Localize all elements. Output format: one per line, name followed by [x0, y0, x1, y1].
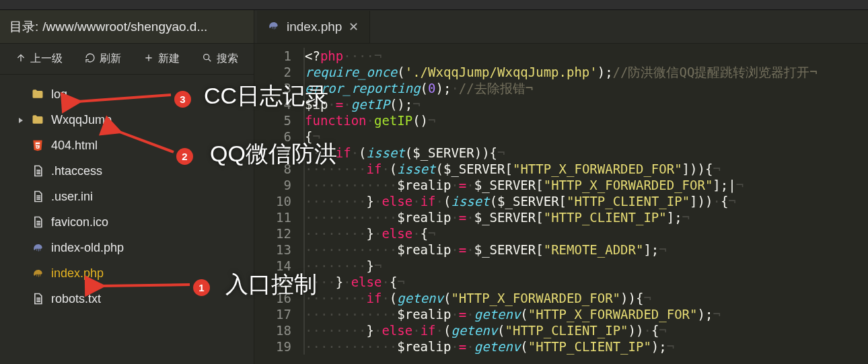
tree-item--htaccess[interactable]: .htaccess — [0, 158, 254, 184]
line-number: 18 — [254, 322, 305, 338]
top-menu-strip — [0, 0, 868, 10]
line-number: 8 — [254, 161, 305, 177]
plus-icon — [143, 52, 154, 66]
tree-item-WxqqJump[interactable]: WxqqJump — [0, 107, 254, 133]
code-line[interactable]: ········if·(isset($_SERVER["HTTP_X_FORWA… — [305, 161, 868, 177]
search-button[interactable]: 搜索 — [202, 52, 238, 66]
line-number: 16 — [254, 290, 305, 306]
tree-item--user-ini[interactable]: .user.ini — [0, 184, 254, 209]
line-number: 17 — [254, 306, 305, 322]
line-number: 15 — [254, 274, 305, 290]
arrow-up-icon — [15, 52, 26, 66]
line-number: 7 — [254, 145, 305, 161]
folder-icon — [31, 87, 44, 101]
file-icon — [31, 190, 44, 203]
code-line[interactable]: ····}·else·{¬ — [305, 274, 868, 290]
code-line[interactable]: ········}·else·if·(isset($_SERVER["HTTP_… — [305, 193, 868, 209]
code-lines[interactable]: <?php····¬require_once('./WxqqJump/WxqqJ… — [305, 44, 868, 364]
tree-item-404-html[interactable]: 404.html — [0, 133, 254, 158]
file-icon — [31, 292, 44, 305]
tree-item-index-old-php[interactable]: index-old.php — [0, 235, 254, 260]
path-label: 目录: — [9, 18, 38, 36]
line-number: 14 — [254, 258, 305, 274]
folder-icon — [31, 113, 44, 126]
line-gutter: 12345678910111213141516171819 — [254, 44, 305, 364]
line-number: 2 — [254, 64, 305, 80]
editor-pane: index.php ✕ 1234567891011121314151617181… — [254, 10, 868, 364]
svg-point-0 — [204, 54, 209, 59]
tree-item-label: robots.txt — [51, 292, 101, 306]
path-bar[interactable]: 目录: /www/wwwroot/shengyao.d... — [0, 10, 254, 44]
code-line[interactable]: <?php····¬ — [305, 48, 868, 64]
tree-item-robots-txt[interactable]: robots.txt — [0, 286, 254, 312]
code-line[interactable]: $ip·=·getIP();¬ — [305, 96, 868, 112]
up-button[interactable]: 上一级 — [15, 52, 63, 66]
tab-label: index.php — [287, 20, 342, 34]
line-number: 6 — [254, 129, 305, 145]
code-line[interactable]: ········if·(getenv("HTTP_X_FORWARDED_FOR… — [305, 290, 868, 306]
tree-item-label: 404.html — [51, 139, 98, 153]
code-line[interactable]: ············$realip·=·$_SERVER["HTTP_CLI… — [305, 209, 868, 225]
line-number: 10 — [254, 193, 305, 209]
line-number: 13 — [254, 242, 305, 258]
file-tree: logWxqqJump404.html.htaccess.user.inifav… — [0, 75, 254, 364]
tab-bar: index.php ✕ — [254, 10, 868, 44]
line-number: 11 — [254, 209, 305, 225]
code-line[interactable]: ········}·else·if·(getenv("HTTP_CLIENT_I… — [305, 322, 868, 338]
tree-item-label: .user.ini — [51, 190, 93, 204]
line-number: 12 — [254, 225, 305, 242]
tree-item-label: WxqqJump — [51, 113, 112, 127]
code-line[interactable]: ········}·else·{¬ — [305, 225, 868, 242]
tree-item-label: index.php — [51, 266, 104, 281]
code-line[interactable]: ············$realip·=·getenv("HTTP_X_FOR… — [305, 306, 868, 322]
file-icon — [31, 164, 44, 178]
elephant-icon — [266, 19, 280, 36]
code-line[interactable]: ············$realip·=·$_SERVER["HTTP_X_F… — [305, 177, 868, 193]
tree-item-label: index-old.php — [51, 241, 124, 255]
code-line[interactable]: ····if·(isset($_SERVER)){¬ — [305, 145, 868, 161]
explorer-toolbar: 上一级 刷新 新建 搜索 — [0, 44, 254, 75]
tree-item-favicon-ico[interactable]: favicon.ico — [0, 209, 254, 235]
code-line[interactable]: ············$realip·=·getenv("HTTP_CLIEN… — [305, 338, 868, 355]
path-value: /www/wwwroot/shengyao.d... — [42, 20, 207, 34]
tree-item-label: .htaccess — [51, 164, 102, 178]
line-number: 3 — [254, 80, 305, 96]
tree-item-label: log — [51, 87, 67, 102]
caret-icon — [17, 113, 24, 127]
line-number: 19 — [254, 338, 305, 355]
code-line[interactable]: ············$realip·=·$_SERVER["REMOTE_A… — [305, 242, 868, 258]
code-line[interactable]: function·getIP()¬ — [305, 112, 868, 129]
close-icon[interactable]: ✕ — [349, 20, 359, 34]
line-number: 5 — [254, 112, 305, 129]
tree-item-log[interactable]: log — [0, 81, 254, 107]
new-button[interactable]: 新建 — [143, 52, 180, 66]
code-line[interactable]: error_reporting(0);·//去除报错¬ — [305, 80, 868, 96]
elephant-icon — [31, 266, 44, 280]
tree-item-label: favicon.ico — [51, 215, 108, 229]
line-number: 1 — [254, 48, 305, 64]
file-explorer: 目录: /www/wwwroot/shengyao.d... 上一级 刷新 新建… — [0, 10, 254, 364]
refresh-button[interactable]: 刷新 — [85, 52, 121, 66]
tab-index-php[interactable]: index.php ✕ — [257, 11, 370, 43]
code-area[interactable]: 12345678910111213141516171819 <?php····¬… — [254, 44, 868, 364]
refresh-icon — [85, 52, 96, 66]
line-number: 4 — [254, 96, 305, 112]
tree-item-index-php[interactable]: index.php — [0, 260, 254, 286]
search-icon — [202, 52, 213, 66]
code-line[interactable]: ········}¬ — [305, 258, 868, 274]
elephant-icon — [31, 241, 44, 254]
html5-icon — [31, 139, 44, 152]
line-number: 9 — [254, 177, 305, 193]
code-line[interactable]: {¬ — [305, 129, 868, 145]
code-line[interactable]: require_once('./WxqqJump/WxqqJump.php');… — [305, 64, 868, 80]
file-icon — [31, 215, 44, 229]
